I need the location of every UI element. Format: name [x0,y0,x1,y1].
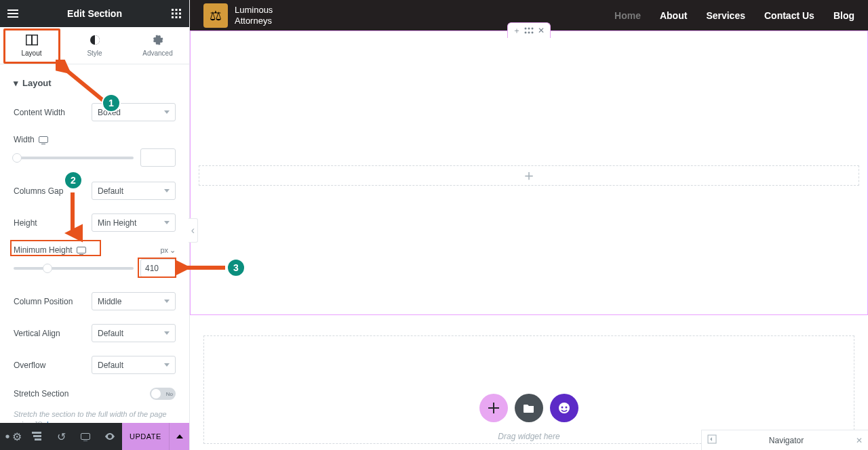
layout-icon [26,35,38,47]
caret-down-icon: ▾ [14,78,18,88]
brand-line1: Luminous [235,5,273,15]
svg-point-15 [525,28,527,30]
svg-rect-4 [176,13,178,15]
nav-home[interactable]: Home [614,10,641,21]
min-height-input[interactable] [140,259,176,277]
section-layout-label: Layout [22,78,52,88]
style-icon [90,35,100,47]
ai-button[interactable] [550,394,578,422]
collapse-panel-button[interactable]: ‹ [189,218,198,243]
width-label: Width [14,135,48,144]
template-library-button[interactable] [515,394,543,422]
control-columns-gap: Columns Gap Default [14,175,176,207]
brand-text: LuminousAttorneys [235,5,273,26]
svg-rect-14 [35,438,41,441]
collapse-navigator-icon[interactable] [707,434,717,446]
svg-rect-3 [172,13,174,15]
svg-point-20 [532,32,534,34]
drop-buttons [479,394,578,422]
columns-gap-select[interactable]: Default [92,182,176,200]
svg-rect-5 [179,13,181,15]
svg-rect-13 [33,435,41,437]
nav-services[interactable]: Services [706,10,745,21]
svg-rect-0 [172,9,174,11]
update-options[interactable] [169,423,189,450]
tab-advanced[interactable]: Advanced [126,27,189,64]
section-layout-toggle[interactable]: ▾ Layout [14,64,176,96]
add-section-icon[interactable]: ＋ [511,24,523,37]
navigator-title: Navigator [722,436,850,445]
control-height: Height Min Height [14,207,176,239]
caret-icon [164,363,170,367]
min-height-label-text: Minimum Height [14,245,73,255]
panel-header: Edit Section [0,0,189,27]
caret-icon [164,110,170,114]
tab-advanced-label: Advanced [142,49,172,57]
width-slider[interactable] [14,157,134,159]
responsive-icon[interactable] [39,136,48,143]
add-widget-icon[interactable]: ＋ [521,167,537,184]
width-label-text: Width [14,135,35,144]
overflow-select[interactable]: Default [92,356,176,374]
vertical-align-value: Default [98,329,123,338]
content-width-label: Content Width [14,108,65,117]
add-section-button[interactable] [479,394,508,422]
menu-icon[interactable] [7,7,19,20]
nav-about[interactable]: About [660,10,687,21]
control-min-height: Minimum Height px⌄ [14,239,176,256]
section-controls: ＋ ✕ [507,22,551,38]
remove-section-icon[interactable]: ✕ [535,24,547,37]
site-nav: Home About Services Contact Us Blog [614,10,854,21]
gear-icon [153,35,163,47]
caret-icon [164,189,170,192]
toggle-text: No [166,391,173,397]
vertical-align-select[interactable]: Default [92,324,176,342]
empty-column[interactable]: ＋ [199,165,859,186]
min-height-slider[interactable] [14,267,134,270]
navigator-bar[interactable]: Navigator ✕ [701,430,868,450]
update-button[interactable]: UPDATE [122,423,169,450]
new-section-area[interactable]: Drag widget here [203,335,854,444]
nav-contact[interactable]: Contact Us [764,10,814,21]
site-brand[interactable]: ⚖ LuminousAttorneys [203,3,273,28]
drag-section-icon[interactable] [523,24,535,37]
content-width-select[interactable]: Boxed [92,103,176,121]
height-value: Min Height [98,218,136,228]
width-slider-row [14,146,176,175]
preview-icon[interactable] [98,423,122,450]
editing-section[interactable]: ＋ [190,30,868,315]
navigator-icon[interactable] [24,423,49,450]
chevron-down-icon: ⌄ [170,246,176,255]
tab-layout[interactable]: Layout [0,27,63,64]
slider-thumb[interactable] [12,153,22,163]
svg-point-19 [528,32,530,34]
svg-point-16 [528,28,530,30]
control-vertical-align: Vertical Align Default [14,317,176,349]
apps-icon[interactable] [170,7,182,20]
column-position-select[interactable]: Middle [92,292,176,310]
svg-point-22 [561,407,564,409]
content-width-value: Boxed [98,108,121,117]
stretch-toggle[interactable]: No [150,388,176,400]
history-icon[interactable]: ↺ [49,423,73,450]
caret-icon [164,221,170,224]
height-select[interactable]: Min Height [92,213,176,232]
control-content-width: Content Width Boxed [14,96,176,128]
nav-blog[interactable]: Blog [833,10,854,21]
settings-icon[interactable]: ⚙ [0,423,24,450]
svg-point-18 [525,32,527,34]
control-stretch: Stretch Section No [14,381,176,407]
min-height-unit[interactable]: px⌄ [160,246,176,255]
canvas: ⚖ LuminousAttorneys Home About Services … [190,0,868,450]
min-height-slider-row [14,256,176,285]
responsive-icon[interactable] [77,247,86,253]
tab-style[interactable]: Style [63,27,126,64]
svg-rect-1 [176,9,178,11]
caret-icon [164,331,170,335]
slider-thumb[interactable] [43,264,52,273]
width-input[interactable] [140,148,176,167]
panel-tabs: Layout Style Advanced [0,27,189,64]
tab-layout-label: Layout [21,49,41,57]
close-navigator-icon[interactable]: ✕ [856,436,863,445]
responsive-mode-icon[interactable] [73,423,98,450]
